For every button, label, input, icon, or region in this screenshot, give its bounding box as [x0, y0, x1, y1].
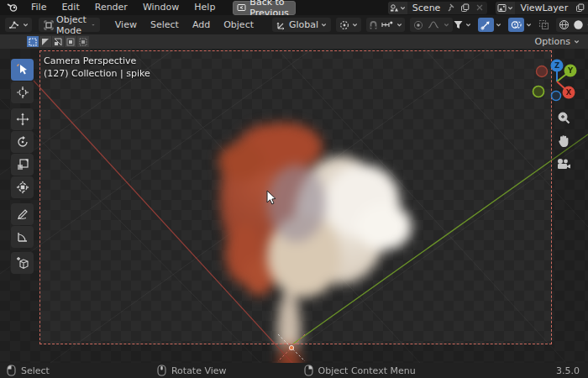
xray-toggle[interactable]: [538, 19, 549, 30]
select-mode-invert[interactable]: [65, 36, 76, 47]
mouse-middle-icon: [157, 365, 166, 376]
chevron-down-icon[interactable]: [496, 22, 501, 28]
chevron-down-icon[interactable]: [526, 22, 532, 28]
select-mode-subtract[interactable]: [52, 36, 64, 47]
menu-view[interactable]: View: [108, 19, 144, 30]
chevron-down-icon[interactable]: [444, 22, 449, 28]
chevron-down-icon: [507, 5, 513, 11]
camera-frame-border: [39, 50, 552, 344]
close-icon[interactable]: [472, 4, 487, 11]
menu-object[interactable]: Object: [217, 19, 260, 30]
view-object-types-dropdown[interactable]: [453, 19, 471, 30]
tool-add-cube[interactable]: [11, 252, 34, 274]
axis-negative-z-ball: [552, 92, 561, 101]
menu-help[interactable]: Help: [186, 0, 223, 15]
shading-wireframe-icon[interactable]: [559, 19, 570, 30]
annotate-pencil-icon: [16, 207, 29, 221]
proportional-editing-icon[interactable]: [413, 20, 423, 30]
overlays-icon: [511, 19, 522, 30]
chevron-down-icon: [400, 5, 406, 11]
orientation-label: Global: [289, 19, 318, 30]
select-box-icon: [16, 63, 29, 76]
viewlayer-browse-button[interactable]: [496, 2, 515, 14]
blender-logo-icon[interactable]: [0, 3, 24, 13]
blender-window: File Edit Render Window Help Back to Pre…: [0, 0, 588, 378]
snap-target-icon[interactable]: [381, 20, 393, 29]
show-gizmo-toggle[interactable]: [478, 18, 494, 32]
pan-button[interactable]: [555, 132, 572, 149]
zoom-icon: [557, 111, 571, 125]
chevron-down-icon: [352, 22, 358, 28]
menu-file[interactable]: File: [24, 0, 54, 15]
axis-z-label: Z: [554, 61, 559, 70]
chevron-down-icon: [92, 22, 95, 28]
back-to-previous-button[interactable]: Back to Previous: [233, 1, 295, 15]
scene-name[interactable]: Scene: [407, 3, 446, 13]
show-overlays-toggle[interactable]: [508, 18, 524, 32]
tool-scale[interactable]: [11, 154, 34, 176]
scale-icon: [16, 158, 29, 171]
tool-cursor[interactable]: [11, 81, 34, 103]
object-mode-icon: [44, 20, 54, 30]
duplicate-icon[interactable]: [458, 3, 472, 13]
tool-move[interactable]: [11, 108, 34, 130]
object-origin-widget[interactable]: [275, 331, 308, 363]
scene-browse-button[interactable]: [388, 2, 407, 14]
mouse-cursor: [265, 190, 277, 207]
viewport-3d[interactable]: Camera Perspective (127) Collection | sp…: [0, 49, 588, 363]
shading-mode-group: [556, 18, 588, 32]
tool-annotate[interactable]: [11, 203, 34, 225]
navigation-axis-gizmo[interactable]: Z Y X: [531, 55, 585, 109]
duplicate-icon[interactable]: [573, 3, 587, 13]
snapping-controls: [366, 18, 405, 32]
menu-render[interactable]: Render: [87, 0, 135, 15]
axis-negative-y-ball: [533, 87, 544, 97]
editor-3d-viewport-icon: [8, 20, 20, 30]
scene-selector: Scene: [388, 2, 488, 14]
axis-x-label: X: [566, 88, 572, 97]
zoom-button[interactable]: [555, 109, 572, 126]
camera-view-button[interactable]: [555, 155, 572, 172]
snap-magnet-icon[interactable]: [369, 20, 378, 30]
chevron-down-icon: [321, 22, 327, 28]
tool-select-box[interactable]: [11, 59, 34, 81]
statusbar-select-label: Select: [21, 365, 50, 376]
viewlayer-name[interactable]: ViewLayer: [515, 3, 573, 13]
orientation-global-icon: [276, 20, 286, 30]
mouse-left-icon: [7, 365, 16, 376]
active-object-overlay: (127) Collection | spike: [44, 68, 150, 79]
blender-version: 3.5.0: [556, 365, 580, 376]
menu-add[interactable]: Add: [186, 19, 217, 30]
axis-negative-x-ball: [537, 66, 548, 77]
options-dropdown[interactable]: Options: [535, 36, 580, 47]
mode-label: Object Mode: [56, 14, 89, 36]
chevron-down-icon: [23, 22, 29, 28]
mode-dropdown[interactable]: Object Mode: [39, 18, 100, 32]
mouse-right-icon: [304, 365, 313, 376]
chevron-down-icon: [465, 22, 471, 28]
scene-icon: [390, 3, 399, 13]
select-mode-set[interactable]: [27, 36, 39, 47]
chevron-down-icon[interactable]: [396, 22, 402, 28]
back-icon: [237, 3, 246, 12]
axis-y-label: Y: [567, 66, 574, 75]
transform-orientation-dropdown[interactable]: Global: [272, 18, 331, 32]
menu-window[interactable]: Window: [135, 0, 186, 15]
pin-icon[interactable]: [445, 3, 458, 12]
tool-measure[interactable]: [11, 226, 34, 248]
camera-view-icon: [556, 158, 571, 171]
pivot-point-dropdown[interactable]: [336, 18, 361, 32]
view-name-overlay: Camera Perspective: [44, 55, 136, 66]
tool-transform[interactable]: [11, 176, 34, 198]
statusbar: Select Rotate View Object Context Menu 3…: [0, 363, 588, 378]
menu-select[interactable]: Select: [144, 19, 186, 30]
falloff-curve-icon[interactable]: [428, 20, 439, 29]
shading-solid-icon[interactable]: [573, 19, 584, 30]
viewlayer-icon: [497, 3, 507, 13]
menu-edit[interactable]: Edit: [54, 0, 87, 15]
editor-type-button[interactable]: [5, 18, 32, 32]
tool-rotate[interactable]: [11, 131, 34, 153]
select-mode-extend[interactable]: [39, 36, 51, 47]
viewport-header: Object Mode View Select Add Object Globa…: [0, 15, 588, 34]
select-mode-intersect[interactable]: [77, 36, 89, 47]
